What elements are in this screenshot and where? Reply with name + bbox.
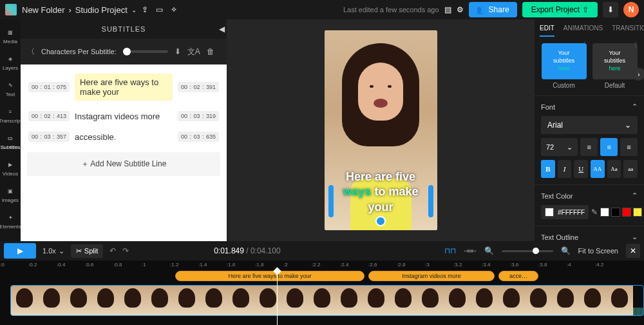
- color-input[interactable]: #FFFFFF: [541, 205, 589, 219]
- align-right-button[interactable]: ≡: [620, 138, 638, 156]
- download-button[interactable]: ⬇: [603, 2, 618, 17]
- comment-icon[interactable]: ▤: [444, 5, 451, 14]
- tab-animations[interactable]: ANIMATIONS: [564, 25, 603, 37]
- zoom-slider[interactable]: [502, 250, 553, 252]
- eyedropper-icon[interactable]: ✎: [591, 208, 598, 217]
- case-upper-button[interactable]: AA: [591, 160, 605, 178]
- video-canvas[interactable]: Here are five ways to make your: [227, 19, 535, 241]
- text-outline-section-header[interactable]: Text Outline⌄: [541, 233, 638, 241]
- start-time[interactable]: 00 : 02 : 413: [28, 111, 70, 121]
- video-preview[interactable]: Here are five ways to make your: [325, 30, 437, 230]
- resize-icon[interactable]: ▭: [156, 5, 163, 14]
- magnet-icon[interactable]: ⊓⊓: [444, 246, 456, 255]
- subtitle-text[interactable]: accessible.: [75, 132, 173, 142]
- settings-icon[interactable]: ⚙: [457, 5, 464, 14]
- subtitle-line[interactable]: 00 : 02 : 413Instagram videos more00 : 0…: [24, 106, 223, 126]
- subtitle-line[interactable]: 00 : 03 : 357accessible.00 : 03 : 635: [24, 126, 223, 147]
- magic-icon[interactable]: ✧: [171, 5, 177, 14]
- case-lower-button[interactable]: aa: [623, 160, 638, 178]
- grid-icon: ▦: [5, 27, 15, 37]
- start-time[interactable]: 00 : 03 : 357: [28, 132, 70, 142]
- chevron-down-icon[interactable]: ⌄: [131, 6, 137, 14]
- color-swatch[interactable]: [622, 208, 631, 217]
- zoom-in-icon[interactable]: 🔍: [561, 246, 571, 255]
- more-icon[interactable]: ⋮: [632, 41, 639, 48]
- more-icon[interactable]: ⋮: [582, 41, 588, 48]
- back-button[interactable]: 〈: [27, 46, 35, 57]
- start-time[interactable]: 00 : 01 : 075: [28, 82, 70, 92]
- color-swatch[interactable]: [600, 208, 609, 217]
- subtitle-overlay[interactable]: Here are five ways to make your: [331, 170, 431, 215]
- preset-default[interactable]: ⋮ Yoursubtitleshere Default: [592, 43, 638, 89]
- redo-icon[interactable]: ↷: [122, 246, 129, 255]
- ruler-tick: :1.2: [170, 262, 178, 268]
- sidebar-item-elements[interactable]: ✦Elements: [0, 208, 21, 233]
- subtitle-line[interactable]: 00 : 01 : 075Here are five ways to make …: [24, 68, 223, 106]
- split-button[interactable]: ✂Split: [71, 244, 103, 258]
- trim-icon[interactable]: ⇥⇤: [464, 246, 477, 255]
- ruler-tick: :2.4: [340, 262, 348, 268]
- playback-speed[interactable]: 1.0x⌄: [43, 247, 64, 255]
- text-color-section-header[interactable]: Text Color⌃: [541, 192, 638, 200]
- subtitle-text[interactable]: Instagram videos more: [75, 112, 173, 121]
- download-subs-icon[interactable]: ⬇: [175, 47, 181, 56]
- end-time[interactable]: 00 : 03 : 635: [178, 132, 219, 142]
- next-preset-icon[interactable]: ›: [632, 68, 644, 81]
- properties-panel: EDIT ANIMATIONS TRANSITIONS ⋮ Yoursubtit…: [535, 19, 644, 241]
- italic-button[interactable]: I: [558, 160, 572, 178]
- upload-icon[interactable]: ⇪: [142, 5, 148, 14]
- sidebar-item-layers[interactable]: ◈Layers: [0, 50, 21, 75]
- slider-thumb[interactable]: [123, 48, 131, 55]
- font-section-header[interactable]: Font⌃: [541, 103, 638, 111]
- undo-icon[interactable]: ↶: [109, 246, 116, 255]
- delete-icon[interactable]: 🗑: [207, 47, 214, 56]
- tab-transitions[interactable]: TRANSITIONS: [612, 25, 644, 37]
- left-sidebar: ▦Media ◈Layers ✎Text ≡Transcript ▭Subtit…: [0, 19, 21, 241]
- color-swatch[interactable]: [633, 208, 642, 217]
- ruler-tick: :0.4: [57, 262, 65, 268]
- breadcrumb[interactable]: New Folder › Studio Project ⌄: [22, 5, 137, 15]
- bold-button[interactable]: B: [541, 160, 555, 178]
- preset-custom[interactable]: ⋮ Yoursubtitleshere Custom: [541, 43, 587, 89]
- tab-edit[interactable]: EDIT: [540, 25, 554, 37]
- subtitle-text[interactable]: Here are five ways to make your: [75, 74, 173, 101]
- export-button[interactable]: Export Project⇧: [522, 2, 598, 17]
- timeline-ruler[interactable]: :0:0.2:0.4:0.6:0.8:1:1.2:1.4:1.6:1.8:2:2…: [0, 261, 644, 271]
- add-subtitle-button[interactable]: ＋ Add New Subtitle Line: [27, 152, 220, 176]
- subtitle-clip[interactable]: Here are five ways to make your: [175, 271, 365, 281]
- zoom-thumb[interactable]: [533, 248, 539, 254]
- subtitle-clip[interactable]: acce…: [498, 271, 538, 281]
- chevron-down-icon: ⌄: [632, 233, 638, 241]
- case-title-button[interactable]: Aa: [607, 160, 621, 178]
- end-time[interactable]: 00 : 02 : 391: [178, 82, 219, 92]
- resize-handle[interactable]: [375, 216, 386, 226]
- close-timeline-button[interactable]: ✕: [626, 244, 640, 258]
- video-track[interactable]: [10, 285, 644, 316]
- share-button[interactable]: 👥Share: [469, 2, 517, 17]
- sidebar-item-images[interactable]: ▣Images: [0, 182, 21, 207]
- underline-button[interactable]: U: [574, 160, 588, 178]
- align-left-button[interactable]: ≡: [580, 138, 598, 156]
- playhead[interactable]: [277, 271, 278, 325]
- sidebar-item-videos[interactable]: ▶Videos: [0, 155, 21, 181]
- font-size-select[interactable]: 72⌄: [541, 138, 578, 156]
- collapse-panel-icon[interactable]: ◀: [216, 19, 227, 39]
- color-swatch[interactable]: [611, 208, 620, 217]
- sidebar-item-text[interactable]: ✎Text: [0, 76, 21, 101]
- last-edited-label: Last edited a few seconds ago: [343, 6, 439, 14]
- subtitle-clip[interactable]: Instagram videos more: [368, 271, 495, 281]
- zoom-out-icon[interactable]: 🔍: [484, 246, 494, 255]
- sidebar-item-transcript[interactable]: ≡Transcript: [0, 103, 21, 128]
- font-family-select[interactable]: Arial⌄: [541, 116, 638, 134]
- translate-icon[interactable]: 文A: [187, 46, 200, 57]
- end-time[interactable]: 00 : 03 : 319: [178, 111, 219, 121]
- video-frame: [525, 286, 552, 315]
- user-avatar[interactable]: N: [623, 2, 639, 17]
- sidebar-item-media[interactable]: ▦Media: [0, 23, 21, 48]
- play-button[interactable]: ▶: [4, 243, 36, 259]
- cps-slider[interactable]: [123, 50, 168, 53]
- subtitle-track[interactable]: Here are five ways to make yourInstagram…: [10, 271, 644, 282]
- sidebar-item-subtitles[interactable]: ▭Subtitles: [0, 129, 21, 154]
- fit-to-screen-button[interactable]: Fit to Screen: [578, 247, 618, 255]
- align-center-button[interactable]: ≡: [600, 138, 618, 156]
